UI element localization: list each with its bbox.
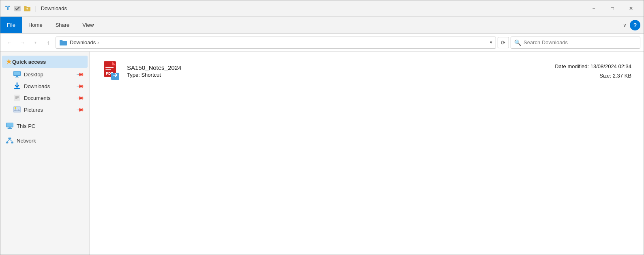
ribbon-help-area: ∨ ? [623,17,644,33]
svg-rect-25 [11,142,13,144]
file-size: Size: 2.37 KB [555,71,631,80]
address-bar-row: ← → ▾ ↑ Downloads › ▾ ⟳ 🔍 [0,34,644,52]
file-item[interactable]: PDF SA150_Notes_2024 Type: Shortcut [98,58,635,84]
pictures-label: Pictures [24,107,74,113]
address-path: Downloads › [70,39,487,45]
pictures-icon [13,106,21,113]
sidebar-item-quick-access[interactable]: ★ Quick access [2,56,88,68]
tab-view[interactable]: View [76,17,100,33]
tab-home[interactable]: Home [22,17,49,33]
file-info: SA150_Notes_2024 Type: Shortcut [127,64,549,78]
address-dropdown-icon[interactable]: ▾ [490,40,492,45]
svg-point-2 [7,6,9,7]
title-bar: | Downloads − □ ✕ [0,0,644,17]
downloads-label: Downloads [24,83,74,89]
documents-pin-icon: 📌 [76,94,85,102]
recent-locations-button[interactable]: ▾ [30,37,41,48]
sidebar-item-network[interactable]: Network [2,135,88,146]
downloads-icon [13,82,21,90]
svg-rect-10 [14,88,20,89]
search-input[interactable] [524,39,637,45]
pictures-pin-icon: 📌 [76,106,85,114]
file-name: SA150_Notes_2024 [127,64,549,71]
help-button[interactable]: ? [630,20,640,30]
ribbon-collapse-icon[interactable]: ∨ [623,22,627,28]
explorer-window: | Downloads − □ ✕ File Home Share View ∨… [0,0,644,255]
downloads-pin-icon: 📌 [76,82,85,91]
sidebar-item-downloads[interactable]: Downloads 📌 [2,80,88,92]
svg-rect-1 [7,7,9,10]
this-pc-label: This PC [17,123,84,129]
title-bar-title: Downloads [41,5,582,11]
sidebar-item-documents[interactable]: Documents 📌 [2,92,88,104]
search-icon: 🔍 [514,39,521,46]
minimize-button[interactable]: − [584,2,603,15]
svg-rect-5 [27,8,28,9]
svg-rect-8 [16,76,18,77]
address-bar[interactable]: Downloads › ▾ [56,37,496,49]
pin-icon[interactable] [4,4,12,13]
title-bar-icons [4,4,31,13]
svg-rect-11 [14,95,20,101]
window-controls: − □ ✕ [584,2,640,15]
svg-rect-23 [8,138,11,140]
refresh-button[interactable]: ⟳ [498,37,509,48]
svg-line-27 [10,139,12,141]
network-label: Network [17,138,84,144]
search-bar[interactable]: 🔍 [511,37,640,49]
forward-button[interactable]: → [17,37,28,48]
svg-point-18 [15,107,16,109]
pdf-icon: PDF [103,61,120,81]
svg-rect-7 [14,71,20,75]
file-type: Type: Shortcut [127,72,549,78]
back-button[interactable]: ← [4,37,15,48]
checkmark-icon[interactable] [13,4,21,13]
this-pc-icon [6,122,13,130]
maximize-button[interactable]: □ [603,2,622,15]
tab-share[interactable]: Share [49,17,76,33]
desktop-pin-icon: 📌 [76,70,85,79]
sidebar: ★ Quick access Desktop 📌 [0,52,90,255]
ribbon: File Home Share View ∨ ? [0,17,644,34]
sidebar-item-this-pc[interactable]: This PC [2,120,88,132]
svg-rect-21 [9,128,11,128]
close-button[interactable]: ✕ [622,2,640,15]
svg-rect-31 [105,69,111,70]
desktop-label: Desktop [24,71,74,78]
new-folder-icon[interactable] [23,4,31,13]
documents-label: Documents [24,95,74,101]
quick-access-label: Quick access [12,59,46,65]
network-icon [6,137,13,144]
tab-file[interactable]: File [0,17,22,33]
svg-line-26 [7,139,10,141]
svg-rect-22 [8,128,12,129]
star-icon: ★ [6,58,11,65]
svg-rect-30 [105,67,114,68]
sidebar-item-desktop[interactable]: Desktop 📌 [2,69,88,80]
file-area: PDF SA150_Notes_2024 Type: Shortcut [90,52,644,255]
svg-rect-20 [6,123,13,127]
documents-icon [13,94,21,102]
folder-icon [59,39,67,47]
file-date: Date modified: 13/08/2024 02:34 [555,62,631,71]
svg-rect-24 [6,142,8,144]
up-button[interactable]: ↑ [43,37,54,48]
desktop-icon [13,71,21,78]
title-bar-sep: | [34,5,36,12]
sidebar-item-pictures[interactable]: Pictures 📌 [2,104,88,115]
main-area: ★ Quick access Desktop 📌 [0,52,644,255]
svg-rect-9 [15,77,19,78]
file-icon-container: PDF [102,61,121,81]
file-meta: Date modified: 13/08/2024 02:34 Size: 2.… [555,62,631,81]
